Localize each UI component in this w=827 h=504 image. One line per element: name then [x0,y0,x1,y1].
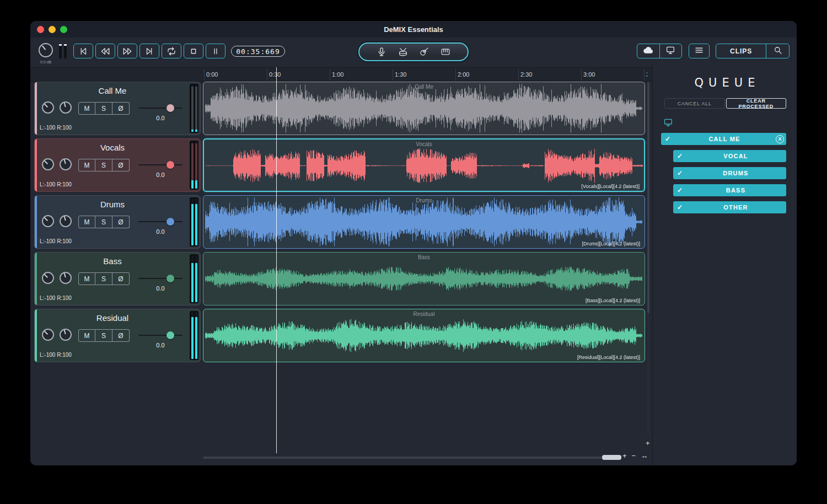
solo-button[interactable]: S [95,216,112,228]
skip-end-button[interactable] [139,44,159,58]
solo-button[interactable]: S [95,102,112,115]
solo-button[interactable]: S [95,159,112,171]
timeline-ruler[interactable]: 0:000:301:001:302:002:303:003 [203,68,647,81]
volume-slider[interactable] [138,331,182,339]
skip-end-icon [144,46,154,56]
phase-button[interactable]: Ø [112,329,130,342]
pause-button[interactable] [206,44,225,58]
queue-stem-item[interactable]: ✓OTHER [673,201,786,213]
waveform-canvas[interactable] [204,83,644,134]
local-processing-button[interactable] [659,44,682,58]
waveform-canvas[interactable] [205,140,645,191]
cancel-all-button[interactable]: CANCEL ALL [664,98,725,109]
phase-button[interactable]: Ø [112,216,130,228]
queue-title: QUEUE [653,76,797,89]
check-icon: ✓ [674,152,685,160]
volume-slider-handle[interactable] [167,331,174,339]
skip-start-icon [78,46,88,56]
volume-slider-handle[interactable] [167,218,174,226]
mute-button[interactable]: M [78,159,95,171]
mute-button[interactable]: M [78,102,95,115]
mute-button[interactable]: M [78,329,95,342]
search-icon [773,45,783,57]
stop-button[interactable] [184,44,203,58]
queue-stem-label: BASS [685,187,786,194]
pan-knob-right[interactable] [60,158,72,170]
guitar-icon[interactable] [419,47,429,57]
pan-knob-right[interactable] [60,101,72,114]
drum-kit-icon[interactable] [398,47,408,57]
volume-slider[interactable] [138,104,182,112]
phase-button[interactable]: Ø [112,272,130,285]
zoom-fit-button[interactable]: ↔ [641,452,648,460]
timeline-tick-label: 3:00 [583,71,595,78]
track-waveform-lane: Residual [Residual][Local][4.2 (latest)] [203,309,645,362]
piano-icon[interactable] [441,47,450,57]
track-toggle-group: M S Ø [78,216,130,228]
pan-range-label: L:-100 R:100 [40,181,72,187]
volume-slider[interactable] [138,275,182,282]
queue-stem-item[interactable]: ✓DRUMS [673,167,786,179]
remove-job-button[interactable]: X [776,135,784,143]
pan-knob-right[interactable] [60,329,72,341]
solo-button[interactable]: S [95,272,112,285]
menu-button[interactable] [689,44,710,58]
cloud-processing-button[interactable] [637,44,659,58]
pan-knob-right[interactable] [60,215,72,227]
mute-button[interactable]: M [78,216,95,228]
volume-slider-handle[interactable] [167,275,174,282]
playhead[interactable] [276,67,277,453]
track-header: Drums M S Ø 0.0 L:-100 R:100 [34,195,201,249]
vertical-scrollbar[interactable] [647,82,649,435]
solo-button[interactable]: S [95,329,112,342]
volume-slider[interactable] [138,218,182,226]
clips-search-group: CLIPS [716,44,790,58]
monitor-icon [665,45,675,57]
master-volume-knob[interactable] [39,43,53,57]
volume-value: 0.0 [138,115,182,121]
fast-forward-button[interactable] [117,44,137,58]
volume-value: 0.0 [138,228,182,235]
clear-processed-button[interactable]: CLEAR PROCESSED [726,98,787,109]
waveform-canvas[interactable] [204,253,644,304]
mute-button[interactable]: M [78,272,95,285]
volume-slider-handle[interactable] [167,104,174,112]
phase-button[interactable]: Ø [112,102,130,115]
waveform-track-label: Bass [203,254,645,260]
phase-button[interactable]: Ø [112,159,130,171]
pan-knob-left[interactable] [42,158,54,170]
queue-stem-item[interactable]: ✓BASS [673,184,786,196]
waveform-meta-label: [Bass][Local][4.2 (latest)] [586,298,640,303]
window-title: DeMIX Essentials [30,25,797,34]
queue-job-item[interactable]: ✓ CALL ME X [661,133,786,145]
horizontal-scrollbar-thumb[interactable] [602,455,621,460]
zoom-in-button[interactable]: + [622,452,627,460]
waveform-canvas[interactable] [204,310,644,361]
timeline-tick-label: 0:00 [206,71,218,78]
vertical-zoom-in-button[interactable]: + [646,439,650,447]
rewind-icon [100,46,110,56]
search-button[interactable] [766,44,789,58]
clips-button[interactable]: CLIPS [716,44,766,58]
level-meter [190,84,198,133]
zoom-out-button[interactable]: − [632,452,636,460]
rewind-button[interactable] [95,44,115,58]
pan-knob-left[interactable] [42,101,54,114]
volume-value: 0.0 [138,171,182,178]
pan-knob-left[interactable] [42,215,54,227]
queue-stem-item[interactable]: ✓VOCAL [673,150,786,162]
microphone-icon[interactable] [377,47,386,57]
window-titlebar: DeMIX Essentials [30,21,797,37]
loop-button[interactable] [162,44,181,58]
track-name: Call Me [35,86,190,95]
pan-knob-right[interactable] [60,272,72,284]
waveform-canvas[interactable] [204,196,644,248]
menu-icon [694,45,704,57]
skip-start-button[interactable] [73,44,93,58]
pan-knob-left[interactable] [42,329,54,341]
volume-slider[interactable] [138,161,182,169]
pan-knob-left[interactable] [42,272,54,284]
volume-slider-handle[interactable] [167,161,174,169]
timeline-tick-label: 1:00 [332,71,343,78]
horizontal-scrollbar-track[interactable] [203,457,602,459]
